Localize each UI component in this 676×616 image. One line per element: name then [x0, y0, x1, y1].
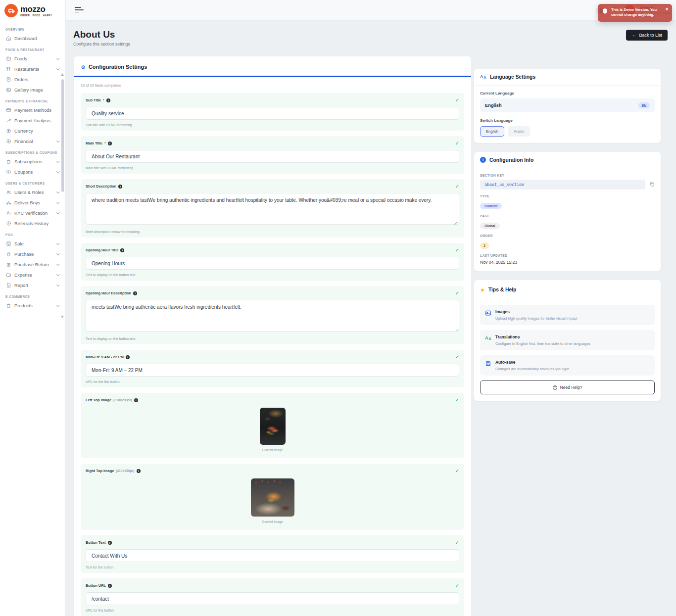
sidebar-item-deliver-boys[interactable]: Deliver Boys	[5, 197, 59, 208]
info-icon[interactable]	[108, 142, 112, 145]
info-icon[interactable]	[134, 398, 138, 402]
left-top-image-preview[interactable]	[260, 408, 286, 445]
language-arabic-button[interactable]: Arabic	[508, 126, 531, 137]
sidebar-scrollbar[interactable]	[61, 23, 64, 615]
sidebar-item-users-roles[interactable]: Users & Roles	[5, 187, 59, 197]
sub-title-input[interactable]	[86, 107, 459, 120]
field-valid-check-icon	[455, 583, 459, 588]
chevron-down-icon	[56, 211, 60, 214]
sidebar-item-payment-methods[interactable]: Payment Methods	[5, 105, 59, 115]
sidebar-item-payment-analysis[interactable]: Payment Analysis	[5, 115, 59, 126]
tip-description: Configure in English first, then transla…	[495, 341, 590, 346]
sidebar-item-purchase-return[interactable]: Purchase Return	[5, 259, 59, 270]
sidebar-item-label: Products	[14, 303, 33, 308]
package-icon	[6, 303, 11, 308]
field-helper: Text for the button	[86, 566, 459, 569]
resize-grip-icon[interactable]	[454, 328, 458, 332]
sidebar-toggle-button[interactable]	[75, 7, 84, 14]
type-badge: Content	[480, 203, 502, 209]
field-helper: Main title with HTML formatting	[86, 166, 459, 170]
field-main-title: Main Title * Main title with HTML format…	[81, 136, 464, 174]
chevron-down-icon	[56, 262, 60, 266]
sidebar-item-products[interactable]: Products	[5, 300, 59, 311]
chevron-down-icon	[56, 273, 60, 276]
sidebar-item-referrals-history[interactable]: Referrals History	[5, 218, 59, 229]
sidebar-item-subscriptions[interactable]: Subscriptions	[5, 156, 59, 167]
info-icon[interactable]	[108, 584, 112, 588]
sidebar-item-expense[interactable]: Expense	[5, 270, 59, 280]
translate-icon: A	[485, 335, 491, 346]
chevron-down-icon	[56, 170, 60, 173]
switch-language-label: Switch Language	[480, 118, 655, 123]
nav-section-overview: OVERVIEW	[5, 28, 59, 31]
sidebar-item-gallery-image[interactable]: Gallery Image	[5, 85, 59, 95]
main-title-input[interactable]	[86, 150, 459, 163]
info-icon[interactable]	[126, 355, 130, 359]
image-icon	[485, 310, 491, 321]
chevron-down-icon	[56, 56, 60, 60]
field-label: Short Description	[86, 184, 116, 189]
field-valid-check-icon	[455, 540, 459, 545]
order-badge: 2	[480, 242, 489, 249]
star-icon	[480, 285, 485, 294]
card-title: Configuration Settings	[89, 64, 147, 70]
question-icon	[553, 385, 557, 390]
demo-version-toast: This is Demo Version. You cannot change …	[598, 4, 672, 22]
sidebar-item-label: Purchase Return	[14, 262, 49, 267]
sidebar-item-dashboard[interactable]: Dashboard	[5, 33, 59, 44]
button-text-input[interactable]	[86, 549, 459, 562]
sidebar-item-purchase[interactable]: Purchase	[5, 249, 59, 259]
sidebar-item-currency[interactable]: Currency	[5, 126, 59, 136]
info-icon[interactable]	[137, 469, 141, 473]
info-icon[interactable]	[108, 541, 112, 545]
gear-icon	[81, 62, 86, 71]
sidebar-item-financial[interactable]: Financial	[5, 136, 59, 146]
hours-input[interactable]	[86, 364, 459, 377]
field-left-top-image: Left Top Image (310X290px) Current Image	[81, 393, 464, 458]
resize-grip-icon[interactable]	[454, 221, 458, 225]
field-helper: Text to display on the button text.	[86, 273, 459, 277]
cart-icon	[6, 251, 11, 257]
language-english-button[interactable]: English	[480, 126, 504, 137]
sidebar-item-sale[interactable]: Sale	[5, 238, 59, 249]
short-description-textarea[interactable]	[86, 193, 459, 225]
info-icon[interactable]	[118, 185, 122, 189]
sidebar-item-coupons[interactable]: Coupons	[5, 167, 59, 177]
last-updated-label: LAST UPDATED	[480, 254, 655, 257]
right-top-image-preview[interactable]	[251, 478, 294, 517]
sidebar-item-report[interactable]: Report	[5, 280, 59, 290]
tip-title: Images	[495, 309, 578, 314]
opening-hour-title-input[interactable]	[86, 257, 459, 270]
delivery-bike-icon	[6, 200, 11, 205]
nav-section-ecommerce: E-COMMERCE	[5, 295, 59, 298]
sidebar-item-foods[interactable]: Foods	[5, 53, 59, 64]
field-label: Button URL	[86, 583, 106, 588]
current-language-row: English EN	[480, 98, 655, 112]
sidebar-item-kyc-verification[interactable]: KYC Verification	[5, 208, 59, 218]
scroll-down-arrow-icon[interactable]	[61, 316, 64, 318]
svg-text:A: A	[485, 335, 488, 340]
sidebar-scrollbar-thumb[interactable]	[61, 79, 64, 192]
right-column: A Language Settings Current Language Eng…	[474, 68, 661, 409]
users-icon	[6, 190, 11, 195]
info-icon[interactable]	[106, 98, 110, 102]
info-icon[interactable]	[133, 291, 137, 295]
scroll-up-arrow-icon[interactable]	[61, 73, 64, 76]
button-url-input[interactable]	[86, 592, 459, 605]
chevron-down-icon	[56, 252, 60, 255]
sidebar-item-orders[interactable]: Orders	[5, 74, 59, 85]
need-help-button[interactable]: Need Help?	[480, 380, 655, 394]
copy-icon[interactable]	[649, 180, 655, 189]
close-icon[interactable]	[665, 7, 669, 11]
opening-hour-description-textarea[interactable]	[86, 300, 459, 332]
field-button-url: Button URL URL for the button	[81, 578, 464, 616]
page-label: PAGE	[480, 214, 655, 218]
nav-section-payments: PAYMENTS & FINANCIAL	[5, 99, 59, 103]
info-icon[interactable]	[120, 248, 124, 252]
brand-logo[interactable]: mozzo ORDER . FOOD . HAPPY	[0, 0, 65, 20]
cart-return-icon	[6, 262, 11, 267]
sidebar-item-restaurants[interactable]: Restaurants	[5, 64, 59, 74]
info-circle-icon	[480, 157, 486, 163]
language-settings-title: Language Settings	[490, 74, 535, 80]
back-to-list-button[interactable]: Back to List	[626, 30, 668, 41]
